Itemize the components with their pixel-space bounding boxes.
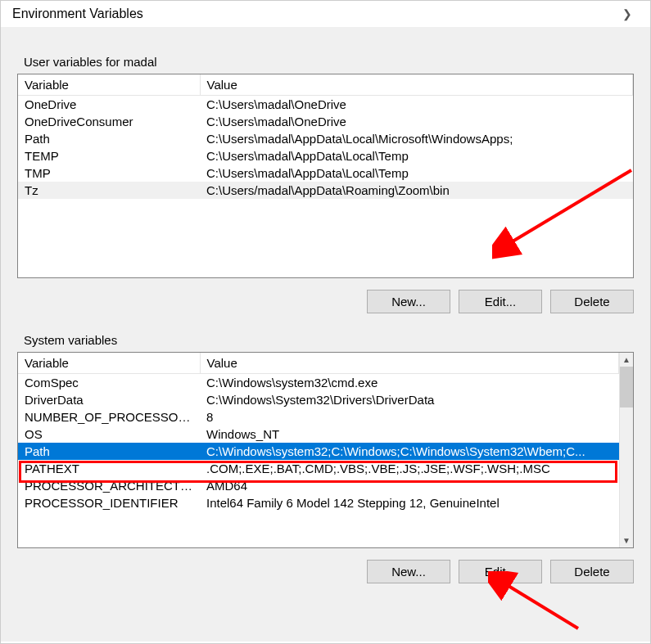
table-row-selected[interactable]: TzC:\Users/madal\AppData\Roaming\Zoom\bi…	[18, 182, 633, 199]
svg-line-1	[504, 583, 578, 628]
table-row[interactable]: PROCESSOR_ARCHITECTUREAMD64	[18, 477, 619, 494]
environment-variables-window: Environment Variables ❯ User variables f…	[0, 0, 651, 644]
cell-var: ComSpec	[18, 374, 200, 392]
column-header-value[interactable]: Value	[200, 74, 633, 96]
system-buttons: New... Edit... Delete	[17, 560, 634, 583]
table-row[interactable]: OneDriveConsumerC:\Users\madal\OneDrive	[18, 113, 633, 130]
column-header-value[interactable]: Value	[200, 353, 619, 374]
new-button[interactable]: New...	[367, 560, 450, 583]
table-row[interactable]: ComSpecC:\Windows\system32\cmd.exe	[18, 374, 619, 392]
cell-val: AMD64	[200, 477, 619, 494]
cell-val: 8	[200, 408, 619, 426]
edit-button[interactable]: Edit...	[459, 290, 542, 313]
user-variables-table: Variable Value OneDriveC:\Users\madal\On…	[17, 74, 634, 278]
table-row[interactable]: OneDriveC:\Users\madal\OneDrive	[18, 96, 633, 114]
scrollbar-thumb[interactable]	[620, 367, 633, 408]
cell-var: Tz	[18, 182, 200, 199]
cell-var: PROCESSOR_ARCHITECTURE	[18, 477, 200, 494]
delete-button[interactable]: Delete	[550, 290, 634, 313]
cell-val: C:\Users\madal\AppData\Local\Temp	[200, 147, 633, 164]
titlebar: Environment Variables ❯	[1, 1, 650, 27]
edit-button[interactable]: Edit...	[459, 560, 542, 583]
cell-val: C:\Windows\system32;C:\Windows;C:\Window…	[200, 443, 619, 460]
cell-val: C:\Windows\system32\cmd.exe	[200, 374, 619, 392]
cell-val: C:\Windows\System32\Drivers\DriverData	[200, 391, 619, 408]
cell-var: Path	[18, 130, 200, 147]
column-header-variable[interactable]: Variable	[18, 353, 200, 374]
table-row-selected[interactable]: PathC:\Windows\system32;C:\Windows;C:\Wi…	[18, 443, 619, 460]
table-row[interactable]: OSWindows_NT	[18, 426, 619, 443]
table-row[interactable]: NUMBER_OF_PROCESSORS8	[18, 408, 619, 426]
user-buttons: New... Edit... Delete	[17, 290, 634, 313]
system-variables-table: Variable Value ComSpecC:\Windows\system3…	[17, 352, 634, 548]
cell-val: Intel64 Family 6 Model 142 Stepping 12, …	[200, 494, 619, 511]
table-header-row: Variable Value	[18, 74, 633, 96]
cell-val: Windows_NT	[200, 426, 619, 443]
window-title: Environment Variables	[12, 7, 143, 21]
cell-val: C:\Users/madal\AppData\Roaming\Zoom\bin	[200, 182, 633, 199]
scrollbar[interactable]: ▲ ▼	[619, 353, 633, 547]
scroll-up-icon[interactable]: ▲	[620, 353, 633, 367]
cell-var: TEMP	[18, 147, 200, 164]
cell-var: NUMBER_OF_PROCESSORS	[18, 408, 200, 426]
cell-var: PROCESSOR_IDENTIFIER	[18, 494, 200, 511]
column-header-variable[interactable]: Variable	[18, 74, 200, 96]
scroll-down-icon[interactable]: ▼	[620, 534, 633, 547]
table-header-row: Variable Value	[18, 353, 619, 374]
cell-val: C:\Users\madal\AppData\Local\Microsoft\W…	[200, 130, 633, 147]
content-area: User variables for madal Variable Value …	[1, 27, 650, 642]
cell-val: .COM;.EXE;.BAT;.CMD;.VBS;.VBE;.JS;.JSE;.…	[200, 460, 619, 477]
cell-var: TMP	[18, 164, 200, 182]
cell-val: C:\Users\madal\OneDrive	[200, 96, 633, 114]
cell-var: PATHEXT	[18, 460, 200, 477]
user-variables-label: User variables for madal	[24, 55, 634, 69]
table-row[interactable]: PROCESSOR_IDENTIFIERIntel64 Family 6 Mod…	[18, 494, 619, 511]
cell-val: C:\Users\madal\OneDrive	[200, 113, 633, 130]
table-row[interactable]: TMPC:\Users\madal\AppData\Local\Temp	[18, 164, 633, 182]
table-row[interactable]: TEMPC:\Users\madal\AppData\Local\Temp	[18, 147, 633, 164]
cell-val: C:\Users\madal\AppData\Local\Temp	[200, 164, 633, 182]
table-row[interactable]: PathC:\Users\madal\AppData\Local\Microso…	[18, 130, 633, 147]
cell-var: OneDriveConsumer	[18, 113, 200, 130]
chevron-right-icon[interactable]: ❯	[616, 6, 639, 22]
cell-var: Path	[18, 443, 200, 460]
cell-var: OS	[18, 426, 200, 443]
system-variables-label: System variables	[24, 333, 634, 347]
table-row[interactable]: PATHEXT.COM;.EXE;.BAT;.CMD;.VBS;.VBE;.JS…	[18, 460, 619, 477]
cell-var: OneDrive	[18, 96, 200, 114]
cell-var: DriverData	[18, 391, 200, 408]
new-button[interactable]: New...	[367, 290, 450, 313]
table-row[interactable]: DriverDataC:\Windows\System32\Drivers\Dr…	[18, 391, 619, 408]
delete-button[interactable]: Delete	[550, 560, 634, 583]
